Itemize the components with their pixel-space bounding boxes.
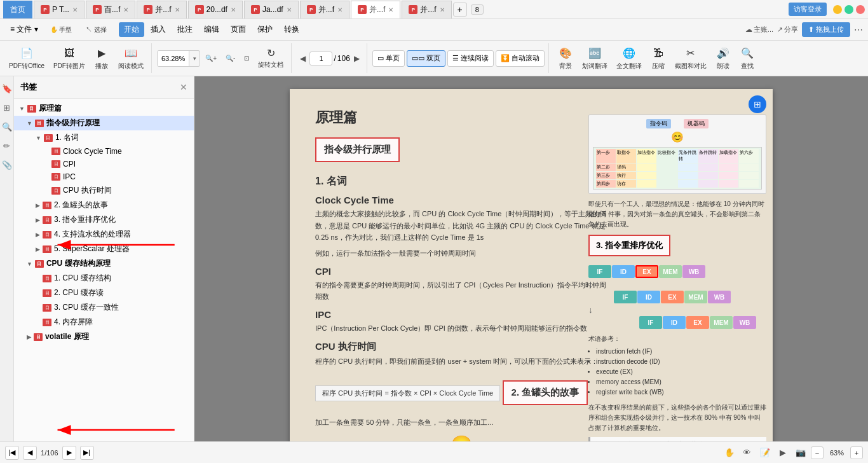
- tab-1[interactable]: P P T... ✕: [34, 1, 85, 18]
- zoom-out-button[interactable]: 🔍-: [222, 50, 239, 67]
- tool-select[interactable]: ↖ 选择: [80, 21, 112, 39]
- tree-item-cache[interactable]: ▼ 目 CPU 缓存结构原理: [14, 256, 194, 271]
- tab-5[interactable]: P Ja...df ✕: [244, 1, 299, 18]
- maximize-button[interactable]: [844, 5, 853, 14]
- tab-7[interactable]: P 并...f ✕: [351, 1, 400, 18]
- tree-item-pipeline[interactable]: ▶ 目 4. 支持流水线的处理器: [14, 227, 194, 242]
- zoom-in-bottom[interactable]: +: [850, 446, 863, 459]
- pdf-to-image-button[interactable]: 🖼 PDF转图片: [50, 43, 89, 74]
- eye-tool-bottom[interactable]: 👁: [740, 445, 755, 460]
- menu-edit[interactable]: 编辑: [199, 22, 224, 37]
- camera-tool-bottom[interactable]: 📷: [793, 445, 808, 460]
- menu-protect[interactable]: 保护: [252, 22, 278, 37]
- upload-label: 拖拽上传: [816, 25, 844, 34]
- menu-insert[interactable]: 插入: [146, 22, 171, 37]
- full-translate-button[interactable]: 🌐 全文翻译: [613, 43, 646, 74]
- toolbar-group-nav: ◀ / 106 ▶: [297, 43, 367, 73]
- tree-item-fish[interactable]: ▶ 目 2. 鱼罐头的故事: [14, 198, 194, 212]
- floating-action-button[interactable]: ⊞: [749, 95, 766, 113]
- tab-6[interactable]: P 并...f ✕: [300, 1, 349, 18]
- tree-item-cpi[interactable]: ▶ 目 CPI: [14, 158, 194, 170]
- tab-3-close[interactable]: ✕: [175, 6, 180, 13]
- next-page-button[interactable]: ▶: [351, 53, 363, 64]
- fit-page-button[interactable]: ⊡: [240, 50, 253, 67]
- next-page-bottom-button[interactable]: ▶: [62, 446, 76, 460]
- screenshot-button[interactable]: ✂ 截图和对比: [671, 43, 710, 74]
- content-area[interactable]: ⊞ 指令码 机器码 😊 第一步取指令加法指令比较指令无条件跳转条件跳转加载指令第…: [194, 76, 868, 441]
- tab-4[interactable]: P 20...df ✕: [188, 1, 243, 18]
- play-button[interactable]: ▶ 播放: [90, 43, 113, 74]
- last-page-button[interactable]: ▶|: [80, 446, 94, 460]
- menu-start[interactable]: 开始: [119, 22, 144, 37]
- tree-item-cpu-time[interactable]: ▶ 目 CPU 执行时间: [14, 183, 194, 198]
- add-tab-button[interactable]: +: [453, 3, 467, 17]
- tab-5-close[interactable]: ✕: [287, 6, 292, 13]
- sidebar-close-button[interactable]: ✕: [180, 82, 187, 92]
- tree-item-yuanli[interactable]: ▼ 目 原理篇: [14, 101, 194, 116]
- background-button[interactable]: 🎨 背景: [554, 43, 577, 74]
- tool-hand[interactable]: ✋ 手型: [44, 21, 78, 39]
- menu-annotate[interactable]: 批注: [172, 22, 198, 37]
- rotate-doc-button[interactable]: ↻ 旋转文档: [254, 50, 287, 67]
- share-button[interactable]: ↗ 分享: [777, 25, 798, 34]
- sidebar-icon-thumbnail[interactable]: ⊞: [0, 100, 14, 114]
- tab-7-close[interactable]: ✕: [388, 6, 393, 13]
- tab-6-close[interactable]: ✕: [337, 6, 342, 13]
- tree-item-ipc[interactable]: ▶ 目 IPC: [14, 170, 194, 183]
- zoom-in-button[interactable]: 🔍+: [201, 50, 220, 67]
- menu-file[interactable]: ≡ 文件 ▾: [5, 22, 43, 37]
- tree-item-cache-read[interactable]: ▶ 目 2. CPU 缓存读: [14, 286, 194, 300]
- hand-tool-bottom[interactable]: ✋: [722, 445, 737, 460]
- minimize-button[interactable]: [833, 5, 842, 14]
- tab-8[interactable]: P 并...f ✕: [402, 1, 451, 18]
- tree-item-cct[interactable]: ▶ 目 Clock Cycle Time: [14, 145, 194, 158]
- read-aloud-button[interactable]: 🔊 朗读: [712, 43, 735, 74]
- find-button[interactable]: 🔍 查找: [736, 43, 759, 74]
- play-tool-bottom[interactable]: ▶: [775, 445, 790, 460]
- prev-page-bottom-button[interactable]: ◀: [23, 446, 37, 460]
- fish-text: 加工一条鱼需要 50 分钟，只能一条鱼，一条鱼顺序加工...: [315, 417, 607, 429]
- compress-button[interactable]: 🗜 压缩: [647, 43, 670, 74]
- tab-2[interactable]: P 百...f ✕: [86, 1, 135, 18]
- find-icon: 🔍: [740, 46, 754, 60]
- tab-home[interactable]: 首页: [3, 1, 32, 18]
- page-input[interactable]: [309, 52, 332, 66]
- zoom-out-bottom[interactable]: −: [811, 446, 824, 459]
- tab-8-close[interactable]: ✕: [440, 6, 445, 13]
- zoom-control[interactable]: 63.28% ▾: [157, 50, 200, 67]
- tab-4-close[interactable]: ✕: [231, 6, 236, 13]
- pdf-to-office-button[interactable]: 📄 PDF转Office: [5, 43, 48, 74]
- auto-scroll-button[interactable]: ⏬ 自动滚动: [496, 50, 545, 67]
- tree-item-memory-barrier[interactable]: ▶ 目 4. 内存屏障: [14, 315, 194, 329]
- sidebar-icon-bookmark[interactable]: 🔖: [0, 81, 14, 95]
- tree-item-volatile[interactable]: ▶ 目 volatile 原理: [14, 329, 194, 344]
- tab-2-close[interactable]: ✕: [123, 6, 128, 13]
- sidebar-icon-search[interactable]: 🔍: [0, 120, 14, 134]
- tree-item-reorder[interactable]: ▶ 目 3. 指令重排序优化: [14, 212, 194, 227]
- tab-1-close[interactable]: ✕: [72, 6, 78, 13]
- zoom-dropdown-button[interactable]: ▾: [189, 51, 200, 66]
- first-page-button[interactable]: |◀: [5, 446, 19, 460]
- more-button[interactable]: ⋯: [854, 25, 863, 35]
- tree-item-cache-struct[interactable]: ▶ 目 1. CPU 缓存结构: [14, 271, 194, 286]
- close-button[interactable]: [856, 5, 865, 14]
- double-page-button[interactable]: ▭▭ 双页: [407, 50, 445, 67]
- cloud-sync[interactable]: ☁ 主账...: [745, 25, 773, 34]
- tree-item-cache-coherence[interactable]: ▶ 目 3. CPU 缓存一致性: [14, 300, 194, 315]
- upload-button[interactable]: ⬆ 拖拽上传: [802, 22, 850, 37]
- translate-button[interactable]: 🔤 划词翻译: [578, 43, 611, 74]
- annotation-tool-bottom[interactable]: 📝: [757, 445, 773, 460]
- sidebar-icon-annotation[interactable]: ✏: [0, 139, 14, 153]
- sidebar-icon-attachment[interactable]: 📎: [0, 158, 14, 172]
- continuous-button[interactable]: ☰ 连续阅读: [447, 50, 494, 67]
- tree-item-superscalar[interactable]: ▶ 目 5. SuperScalar 处理器: [14, 242, 194, 256]
- prev-page-button[interactable]: ◀: [297, 53, 308, 64]
- login-button[interactable]: 访客登录: [789, 3, 827, 16]
- menu-convert[interactable]: 转换: [279, 22, 304, 37]
- tree-item-nouns[interactable]: ▼ 目 1. 名词: [14, 130, 194, 145]
- single-page-button[interactable]: ▭ 单页: [372, 50, 405, 67]
- tab-3[interactable]: P 并...f ✕: [137, 1, 186, 18]
- tree-item-ilp[interactable]: ▼ 目 指令级并行原理: [14, 116, 194, 130]
- read-mode-button[interactable]: 📖 阅读模式: [114, 43, 147, 74]
- menu-page[interactable]: 页面: [226, 22, 251, 37]
